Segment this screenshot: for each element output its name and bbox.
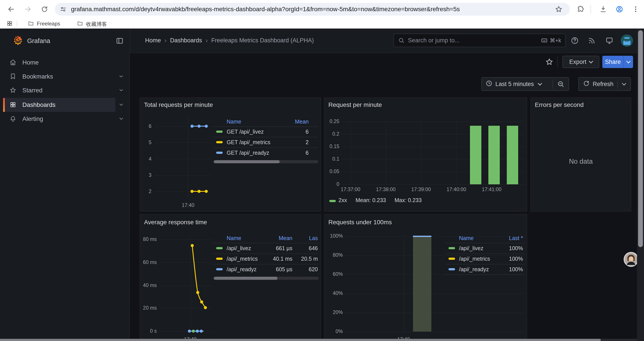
search-box[interactable]: ⌘+k [394, 34, 566, 47]
breadcrumb-home[interactable]: Home [145, 37, 161, 44]
legend-row[interactable]: GET /api/_readyz 6 [213, 147, 318, 158]
share-button[interactable]: Share [602, 56, 624, 68]
bar-2xx[interactable] [488, 126, 500, 184]
folder-icon[interactable] [77, 21, 83, 27]
refresh-interval-dropdown[interactable] [618, 83, 630, 85]
browser-menu-icon[interactable] [632, 6, 640, 14]
legend-header-mean[interactable]: Mean [295, 119, 309, 125]
news-rss-icon[interactable] [588, 37, 596, 46]
series-name[interactable]: /api/_livez [227, 245, 251, 251]
bookmark-star-icon[interactable] [555, 6, 562, 14]
grafana-brand[interactable]: Grafana [27, 37, 50, 45]
series-name[interactable]: /api/_livez [459, 245, 483, 251]
vertical-scrollbar-thumb[interactable] [638, 30, 643, 247]
legend-header-last[interactable]: Las [309, 235, 318, 241]
sidebar-item-alerting[interactable]: Alerting [0, 113, 129, 125]
time-range-picker[interactable]: Last 5 minutes [482, 80, 552, 88]
sidebar-item-label[interactable]: Alerting [22, 115, 43, 122]
legend-row[interactable]: GET /api/_metrics 2 [213, 137, 318, 147]
site-settings-icon[interactable] [60, 6, 67, 14]
sidebar-item-bookmarks[interactable]: Bookmarks [0, 71, 129, 83]
legend-row[interactable]: /api/_metrics 40.1 ms 20.5 m [213, 253, 319, 264]
data-point[interactable] [196, 291, 199, 294]
data-point[interactable] [205, 190, 208, 193]
refresh-button[interactable]: Refresh [579, 80, 617, 88]
data-point[interactable] [190, 125, 194, 128]
data-point[interactable] [198, 125, 200, 128]
help-icon[interactable] [571, 37, 579, 46]
collapse-sidebar-icon[interactable] [116, 37, 124, 46]
series-name[interactable]: 2xx [338, 197, 347, 203]
panel-request-per-minute[interactable]: Request per minute 0.25 0.2 0.15 0.1 0.0… [324, 97, 527, 212]
legend-header-mean[interactable]: Mean [278, 235, 292, 241]
legend-row[interactable]: /api/_readyz 100% [446, 264, 525, 274]
sidebar-item-label[interactable]: Home [22, 59, 39, 66]
chevron-down-icon[interactable] [118, 87, 124, 94]
profile-icon[interactable] [616, 6, 623, 14]
extensions-icon[interactable] [577, 6, 584, 14]
series-name[interactable]: /api/_metrics [227, 256, 258, 262]
series-name[interactable]: GET /api/_readyz [227, 150, 269, 156]
area-fill-100pct[interactable] [413, 236, 432, 331]
favorite-dashboard-star-icon[interactable] [545, 58, 553, 67]
legend-scrollbar[interactable] [213, 160, 318, 163]
horizontal-scrollbar-thumb[interactable] [0, 339, 600, 341]
url-text[interactable]: grafana.mathmast.com/d/deytv4rwavabkb/fr… [71, 6, 460, 13]
data-point[interactable] [200, 329, 203, 333]
export-button[interactable]: Export [562, 56, 599, 68]
legend-row[interactable]: /api/_metrics 100% [446, 253, 525, 264]
panel-title[interactable]: Total requests per minute [144, 101, 213, 108]
chevron-down-icon[interactable] [118, 74, 124, 80]
bookmark-folder-freeleaps[interactable]: Freeleaps [37, 21, 60, 27]
series-name[interactable]: /api/_readyz [227, 266, 256, 272]
bookmark-folder-blogs[interactable]: 收藏博客 [86, 21, 107, 28]
data-point[interactable] [192, 329, 195, 333]
legend-row[interactable]: /api/_readyz 605 µs 620 [213, 264, 319, 274]
data-point[interactable] [190, 190, 194, 193]
forward-icon[interactable] [24, 6, 32, 14]
legend-header-last[interactable]: Last * [509, 235, 523, 241]
series-name[interactable]: /api/_readyz [459, 266, 489, 272]
legend-header-name[interactable]: Name [227, 235, 241, 241]
data-point[interactable] [205, 125, 208, 128]
folder-icon[interactable] [28, 21, 34, 27]
panel-title[interactable]: Requests under 100ms [328, 219, 392, 226]
user-avatar[interactable] [621, 35, 633, 48]
breadcrumb-dashboards[interactable]: Dashboards [170, 37, 202, 44]
data-point[interactable] [196, 329, 199, 333]
panel-title[interactable]: Errors per second [535, 101, 584, 108]
sidebar-item-label[interactable]: Bookmarks [22, 73, 53, 80]
search-input[interactable] [408, 35, 522, 46]
chevron-down-icon[interactable] [118, 116, 124, 122]
panel-title[interactable]: Request per minute [328, 101, 382, 108]
sidebar-item-starred[interactable]: Starred [0, 84, 129, 97]
legend-scrollbar-thumb[interactable] [214, 160, 280, 163]
data-point[interactable] [200, 300, 203, 303]
legend-row[interactable]: /api/_livez 661 µs 646 [213, 243, 319, 253]
data-point[interactable] [204, 306, 207, 309]
legend-scrollbar[interactable] [213, 277, 319, 280]
data-point[interactable] [188, 329, 191, 333]
bar-2xx[interactable] [470, 126, 481, 184]
legend-row[interactable]: /api/_livez 100% [446, 243, 525, 253]
data-point[interactable] [191, 244, 194, 247]
legend-header-name[interactable]: Name [459, 235, 474, 241]
back-icon[interactable] [8, 6, 15, 14]
legend-header-name[interactable]: Name [227, 119, 241, 125]
sidebar-item-label[interactable]: Dashboards [22, 101, 56, 108]
chevron-down-icon[interactable] [118, 102, 124, 108]
panel-title[interactable]: Average response time [144, 219, 207, 226]
panel-requests-under-100ms[interactable]: Requests under 100ms 100% 80% 60% 40% 20… [324, 214, 527, 341]
floating-assistant-avatar[interactable] [624, 252, 638, 268]
reload-icon[interactable] [41, 6, 48, 14]
apps-grid-icon[interactable] [6, 21, 13, 28]
grafana-logo[interactable] [12, 35, 24, 47]
series-name[interactable]: GET /api/_livez [227, 129, 264, 135]
series-name[interactable]: GET /api/_metrics [227, 139, 270, 146]
zoom-out-button[interactable] [553, 81, 568, 88]
sidebar-item-dashboards[interactable]: Dashboards [0, 99, 129, 111]
panel-average-response-time[interactable]: Average response time 80 ms 60 ms 40 ms … [140, 214, 321, 341]
downloads-icon[interactable] [600, 6, 607, 14]
url-bar[interactable]: grafana.mathmast.com/d/deytv4rwavabkb/fr… [55, 3, 570, 16]
share-dropdown-button[interactable] [624, 56, 633, 68]
